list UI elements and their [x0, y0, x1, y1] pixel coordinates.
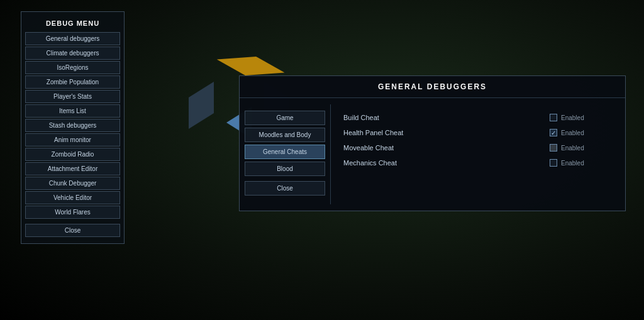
debug-menu-btn-chunk-debugger[interactable]: Chunk Debugger: [25, 177, 120, 190]
debug-menu-btn-vehicle-editor[interactable]: Vehicle Editor: [25, 191, 120, 204]
cheat-checkbox-0[interactable]: [550, 114, 557, 121]
debug-menu-btn-attachment-editor[interactable]: Attachment Editor: [25, 162, 120, 175]
cheat-row-3: Mechanics CheatEnabled: [343, 159, 613, 167]
debug-menu-btn-players-stats[interactable]: Player's Stats: [25, 90, 120, 103]
cheat-rows: Build CheatEnabledHealth Panel CheatEnab…: [343, 114, 613, 167]
debug-menu-title: DEBUG MENU: [25, 17, 120, 32]
debug-menu-btn-world-flares[interactable]: World Flares: [25, 206, 120, 219]
panel-title: GENERAL DEBUGGERS: [240, 76, 625, 98]
debug-menu-btn-items-list[interactable]: Items List: [25, 104, 120, 118]
cheat-checkbox-area-2: Enabled: [550, 144, 613, 152]
cheat-label-1: Health Panel Cheat: [343, 129, 550, 136]
debug-menu-btn-general-debuggers[interactable]: General debuggers: [25, 32, 120, 45]
panel-nav-buttons: GameMoodles and BodyGeneral CheatsBlood: [245, 111, 325, 176]
cheat-row-0: Build CheatEnabled: [343, 114, 613, 121]
cheat-checkbox-area-3: Enabled: [550, 159, 613, 167]
panel-nav-btn-general-cheats[interactable]: General Cheats: [245, 145, 325, 159]
cheat-enabled-label-3: Enabled: [561, 160, 584, 167]
cheat-checkbox-area-0: Enabled: [550, 114, 613, 121]
cheat-checkbox-area-1: Enabled: [550, 129, 613, 136]
debug-menu-close-button[interactable]: Close: [25, 224, 120, 237]
panel-nav-btn-game[interactable]: Game: [245, 111, 325, 125]
panel-nav-btn-moodles-and-body[interactable]: Moodles and Body: [245, 128, 325, 142]
cheat-row-1: Health Panel CheatEnabled: [343, 129, 613, 136]
panel-body: GameMoodles and BodyGeneral CheatsBlood …: [240, 98, 625, 211]
cheat-enabled-label-1: Enabled: [561, 130, 584, 136]
cheat-label-0: Build Cheat: [343, 114, 550, 121]
panel-close-button[interactable]: Close: [245, 181, 325, 196]
debug-menu-btn-zomboid-radio[interactable]: Zomboid Radio: [25, 148, 120, 161]
general-debuggers-panel: GENERAL DEBUGGERS GameMoodles and BodyGe…: [239, 75, 626, 211]
cheat-enabled-label-0: Enabled: [561, 114, 584, 121]
cheat-label-2: Moveable Cheat: [343, 144, 550, 152]
cheat-checkbox-3[interactable]: [550, 159, 557, 167]
cheat-enabled-label-2: Enabled: [561, 145, 584, 152]
panel-content: Build CheatEnabledHealth Panel CheatEnab…: [331, 104, 625, 204]
debug-menu-btn-anim-monitor[interactable]: Anim monitor: [25, 133, 120, 146]
debug-menu-btn-stash-debuggers[interactable]: Stash debuggers: [25, 119, 120, 132]
panel-nav: GameMoodles and BodyGeneral CheatsBlood …: [240, 104, 331, 204]
debug-menu-panel: DEBUG MENU General debuggersClimate debu…: [21, 11, 125, 244]
debug-menu-buttons: General debuggersClimate debuggersIsoReg…: [25, 32, 120, 219]
cheat-row-2: Moveable CheatEnabled: [343, 144, 613, 152]
debug-menu-btn-iso-regions[interactable]: IsoRegions: [25, 61, 120, 74]
panel-nav-btn-blood[interactable]: Blood: [245, 162, 325, 176]
cheat-label-3: Mechanics Cheat: [343, 159, 550, 167]
cheat-checkbox-1[interactable]: [550, 129, 557, 136]
debug-menu-btn-climate-debuggers[interactable]: Climate debuggers: [25, 47, 120, 60]
debug-menu-btn-zombie-population[interactable]: Zombie Population: [25, 75, 120, 89]
cheat-checkbox-2[interactable]: [550, 144, 557, 152]
